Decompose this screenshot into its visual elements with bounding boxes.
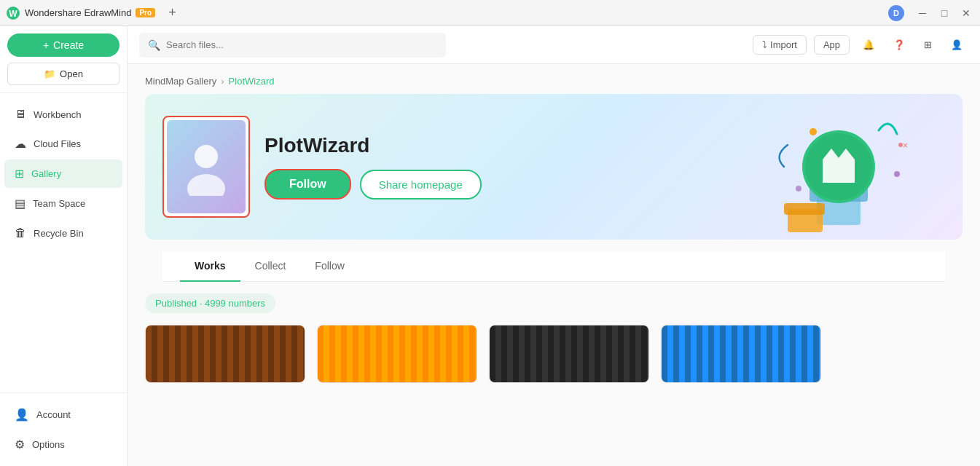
folder-icon: 📁 (44, 68, 55, 79)
thumbnail-item[interactable] (489, 325, 649, 383)
close-button[interactable]: ✕ (958, 5, 974, 21)
import-button[interactable]: ⤵ Import (753, 35, 807, 55)
cloud-icon: ☁ (15, 137, 26, 151)
sidebar-item-account[interactable]: 👤 Account (4, 400, 122, 429)
open-label: Open (60, 68, 83, 79)
app-logo: W (6, 6, 20, 20)
thumbnail-item[interactable] (661, 325, 821, 383)
svg-text:×: × (903, 141, 908, 151)
avatar-svg (181, 138, 232, 196)
search-input[interactable] (166, 39, 437, 50)
app-label: App (823, 39, 840, 50)
create-icon: + (43, 39, 49, 51)
bell-button[interactable]: 🔔 (857, 36, 880, 53)
search-box: 🔍 (139, 33, 446, 58)
options-icon: ⚙ (15, 438, 25, 451)
right-panel: 🔍 ⤵ Import App 🔔 ❓ ⊞ (128, 26, 980, 466)
sidebar-item-workbench[interactable]: 🖥 Workbench (4, 100, 122, 128)
tab-collect-label: Collect (255, 260, 286, 272)
svg-point-11 (894, 171, 900, 177)
workbench-label: Workbench (34, 109, 82, 120)
tab-collect[interactable]: Collect (240, 251, 301, 282)
app-body: + Create 📁 Open 🖥 Workbench ☁ Cloud File… (0, 26, 980, 466)
avatar-wrapper (162, 116, 250, 218)
tab-works-label: Works (195, 260, 226, 272)
svg-rect-7 (784, 203, 825, 215)
breadcrumb-parent[interactable]: MindMap Gallery (145, 76, 216, 87)
grid-icon: ⊞ (924, 39, 932, 50)
window-controls: ─ □ ✕ (914, 5, 974, 21)
tabs-container: Works Collect Follow (145, 251, 963, 282)
profile-icon: 👤 (951, 39, 963, 50)
minimize-button[interactable]: ─ (914, 5, 930, 21)
grid-button[interactable]: ⊞ (918, 36, 938, 53)
cloud-files-label: Cloud Files (34, 138, 81, 149)
sidebar-item-cloud-files[interactable]: ☁ Cloud Files (4, 130, 122, 158)
header-actions: ⤵ Import App 🔔 ❓ ⊞ 👤 (753, 35, 968, 55)
sidebar: + Create 📁 Open 🖥 Workbench ☁ Cloud File… (0, 26, 128, 466)
profile-avatar (167, 120, 246, 213)
header-bar: 🔍 ⤵ Import App 🔔 ❓ ⊞ (128, 26, 980, 64)
titlebar: W Wondershare EdrawMind Pro + D ─ □ ✕ (0, 0, 980, 26)
svg-point-14 (796, 186, 801, 191)
sidebar-nav: 🖥 Workbench ☁ Cloud Files ⊞ Gallery ▤ Te… (0, 93, 127, 392)
team-space-label: Team Space (33, 198, 85, 209)
share-homepage-button[interactable]: Share homepage (360, 170, 482, 200)
search-icon: 🔍 (148, 39, 160, 51)
sidebar-item-gallery[interactable]: ⊞ Gallery (4, 159, 122, 188)
thumbnail-item[interactable] (317, 325, 477, 383)
profile-button[interactable]: 👤 (945, 36, 968, 53)
sidebar-top: + Create 📁 Open (0, 26, 127, 93)
create-label: Create (53, 39, 84, 51)
maximize-button[interactable]: □ (936, 5, 952, 21)
options-label: Options (32, 439, 65, 450)
bin-icon: 🗑 (15, 226, 26, 240)
help-button[interactable]: ❓ (887, 36, 911, 53)
import-label: Import (770, 39, 797, 50)
recycle-bin-label: Recycle Bin (34, 228, 84, 239)
svg-text:W: W (9, 9, 17, 19)
thumbnails-row (145, 325, 963, 383)
tab-works[interactable]: Works (180, 251, 240, 282)
tab-follow[interactable]: Follow (300, 251, 358, 282)
svg-point-2 (195, 145, 218, 168)
breadcrumb-separator: › (221, 76, 224, 87)
import-icon: ⤵ (762, 39, 767, 50)
help-icon: ❓ (893, 39, 905, 50)
tabs-bar: Works Collect Follow (162, 251, 945, 282)
gallery-label: Gallery (31, 168, 61, 179)
breadcrumb-current: PlotWizard (229, 76, 275, 87)
open-button[interactable]: 📁 Open (7, 63, 119, 85)
published-badge: Published · 4999 numbers (145, 293, 275, 313)
app-button[interactable]: App (814, 35, 850, 55)
bell-icon: 🔔 (863, 39, 874, 50)
tab-follow-label: Follow (315, 260, 344, 272)
svg-point-3 (187, 174, 225, 196)
avatar: D (888, 5, 904, 21)
follow-button[interactable]: Follow (264, 169, 351, 200)
banner-svg: × (744, 101, 933, 232)
sidebar-item-team-space[interactable]: ▤ Team Space (4, 189, 122, 218)
team-icon: ▤ (15, 197, 26, 210)
sidebar-item-options[interactable]: ⚙ Options (4, 430, 122, 459)
create-button[interactable]: + Create (7, 33, 119, 57)
monitor-icon: 🖥 (15, 108, 26, 121)
gallery-icon: ⊞ (15, 167, 24, 181)
pro-badge: Pro (136, 8, 155, 17)
account-label: Account (36, 409, 71, 420)
thumbnail-item[interactable] (145, 325, 305, 383)
content-area: Published · 4999 numbers (128, 282, 980, 395)
profile-banner: PlotWizard Follow Share homepage (145, 94, 963, 240)
sidebar-bottom: 👤 Account ⚙ Options (0, 392, 127, 466)
app-name: Wondershare EdrawMind (25, 7, 131, 18)
account-icon: 👤 (15, 408, 29, 422)
breadcrumb: MindMap Gallery › PlotWizard (128, 64, 980, 94)
svg-point-10 (810, 128, 817, 135)
main-content: MindMap Gallery › PlotWizard PlotW (128, 64, 980, 466)
banner-decoration: × (715, 94, 963, 240)
new-tab-button[interactable]: + (164, 5, 181, 20)
sidebar-item-recycle-bin[interactable]: 🗑 Recycle Bin (4, 219, 122, 247)
